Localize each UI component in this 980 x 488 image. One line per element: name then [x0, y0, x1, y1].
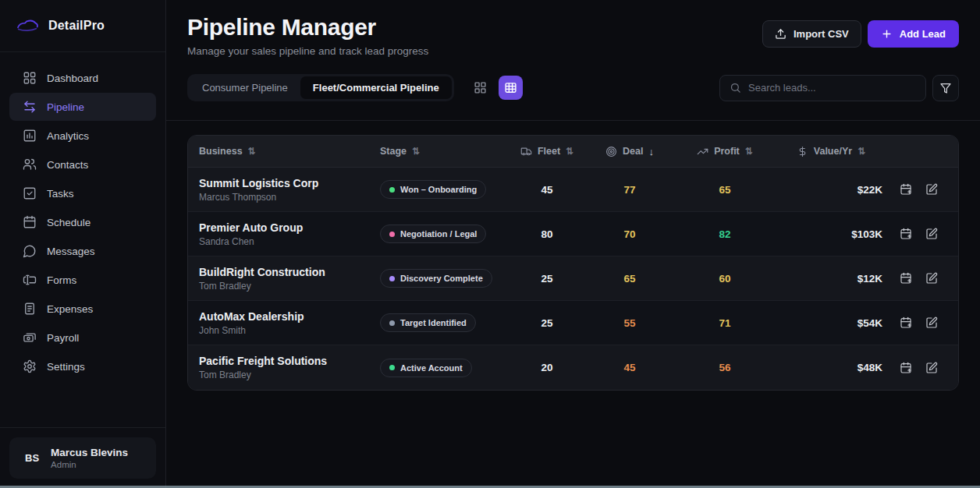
column-label: Stage [380, 146, 407, 157]
column-label: Fleet [538, 146, 560, 157]
trending-up-icon [697, 146, 708, 157]
column-header-profit[interactable]: Profit ⇅ [676, 146, 773, 157]
sidebar-item-label: Analytics [47, 130, 89, 142]
contact-name: Sandra Chen [199, 236, 380, 247]
deal-score: 77 [583, 184, 676, 196]
deal-score: 55 [583, 317, 676, 329]
contact-name: Tom Bradley [199, 370, 380, 380]
table-view-button[interactable] [499, 76, 523, 100]
table-row[interactable]: AutoMax Dealership John Smith Target Ide… [188, 301, 958, 345]
schedule-calendar-plus-icon[interactable] [900, 362, 912, 374]
column-header-fleet[interactable]: Fleet ⇅ [511, 146, 583, 157]
sidebar-item-expenses[interactable]: Expenses [9, 295, 156, 323]
sidebar-item-analytics[interactable]: Analytics [9, 122, 156, 150]
import-csv-button[interactable]: Import CSV [762, 20, 861, 48]
contact-name: Marcus Thompson [199, 192, 380, 203]
edit-icon[interactable] [925, 272, 938, 285]
column-header-business[interactable]: Business ⇅ [199, 146, 380, 157]
column-label: Profit [714, 146, 740, 157]
table-row[interactable]: Summit Logistics Corp Marcus Thompson Wo… [188, 168, 958, 212]
business-name: AutoMax Dealership [199, 310, 380, 323]
sidebar-item-label: Contacts [47, 159, 88, 171]
value-per-year: $12K [773, 273, 889, 285]
sidebar-item-label: Dashboard [47, 72, 98, 84]
sidebar-item-messages[interactable]: Messages [9, 237, 156, 265]
sidebar-item-pipeline[interactable]: Pipeline [9, 93, 156, 121]
table-row[interactable]: Pacific Freight Solutions Tom Bradley Ac… [188, 345, 958, 390]
profit-score: 60 [676, 273, 773, 285]
stage-label: Negotiation / Legal [400, 229, 477, 239]
schedule-calendar-plus-icon[interactable] [900, 228, 912, 240]
schedule-calendar-plus-icon[interactable] [900, 272, 912, 285]
schedule-calendar-plus-icon[interactable] [900, 183, 912, 196]
column-header-deal[interactable]: Deal ↓ [583, 146, 676, 157]
funnel-icon [939, 82, 952, 94]
sidebar-item-label: Expenses [47, 303, 93, 315]
edit-icon[interactable] [925, 316, 938, 329]
sort-desc-icon: ↓ [648, 146, 654, 157]
schedule-calendar-plus-icon[interactable] [900, 316, 912, 329]
filter-button[interactable] [932, 75, 959, 101]
sidebar-item-label: Forms [47, 274, 76, 286]
user-card[interactable]: BS Marcus Blevins Admin [9, 437, 156, 479]
sidebar-item-contacts[interactable]: Contacts [9, 150, 156, 179]
receipt-icon [23, 302, 37, 316]
add-lead-button[interactable]: Add Lead [868, 20, 959, 48]
sidebar-item-label: Payroll [47, 332, 79, 344]
column-label: Value/Yr [814, 146, 852, 157]
add-lead-label: Add Lead [900, 28, 946, 40]
table-row[interactable]: BuildRight Construction Tom Bradley Disc… [188, 256, 958, 301]
value-per-year: $48K [773, 362, 889, 373]
sidebar-nav: Dashboard Pipeline Analytics Contacts Ta… [0, 52, 165, 427]
user-name: Marcus Blevins [51, 447, 128, 458]
column-header-stage[interactable]: Stage ⇅ [380, 146, 511, 157]
stage-label: Target Identified [400, 318, 467, 327]
sidebar-item-schedule[interactable]: Schedule [9, 208, 156, 236]
sort-icon: ⇅ [412, 146, 420, 157]
car-logo-icon [16, 19, 39, 33]
profit-score: 56 [676, 362, 773, 373]
gear-icon [23, 359, 37, 373]
business-cell: Summit Logistics Corp Marcus Thompson [199, 177, 380, 203]
grid-view-button[interactable] [468, 76, 492, 100]
plus-icon [881, 28, 893, 40]
sidebar-item-tasks[interactable]: Tasks [9, 179, 156, 207]
tab-label: Fleet/Commercial Pipeline [313, 82, 439, 94]
stage-dot [389, 365, 395, 370]
sidebar-item-payroll[interactable]: Payroll [9, 324, 156, 352]
deal-score: 65 [583, 273, 676, 285]
calendar-icon [23, 215, 37, 229]
tab-consumer-pipeline[interactable]: Consumer Pipeline [190, 76, 300, 99]
edit-icon[interactable] [925, 228, 938, 240]
sidebar-item-dashboard[interactable]: Dashboard [9, 64, 156, 92]
business-cell: Premier Auto Group Sandra Chen [199, 221, 380, 247]
stage-label: Discovery Complete [400, 274, 483, 283]
deal-score: 70 [583, 228, 676, 240]
edit-icon[interactable] [925, 362, 938, 374]
leads-table: Business ⇅ Stage ⇅ Fleet ⇅ [187, 135, 959, 391]
tab-fleet-commercial-pipeline[interactable]: Fleet/Commercial Pipeline [300, 76, 452, 99]
bar-chart-icon [23, 129, 37, 143]
sidebar-item-label: Settings [47, 361, 85, 373]
brand-name: DetailPro [48, 19, 105, 33]
sidebar-item-settings[interactable]: Settings [9, 352, 156, 380]
sidebar-item-label: Messages [47, 246, 95, 257]
table-row[interactable]: Premier Auto Group Sandra Chen Negotiati… [188, 212, 958, 256]
stage-badge: Target Identified [380, 313, 476, 332]
search-input[interactable] [748, 82, 916, 94]
column-header-value-yr[interactable]: Value/Yr ⇅ [773, 146, 889, 157]
dashboard-grid-icon [23, 71, 37, 85]
fleet-value: 20 [511, 362, 583, 373]
edit-icon[interactable] [925, 183, 938, 196]
main-content: Pipeline Manager Manage your sales pipel… [166, 0, 980, 488]
message-circle-icon [23, 244, 37, 258]
users-icon [23, 157, 37, 172]
search-icon [730, 82, 741, 94]
sort-icon: ⇅ [566, 146, 573, 157]
truck-icon [520, 146, 532, 157]
stage-dot [389, 276, 395, 281]
avatar: BS [25, 452, 39, 464]
sidebar-item-forms[interactable]: Forms [9, 266, 156, 294]
business-cell: AutoMax Dealership John Smith [199, 310, 380, 336]
business-name: BuildRight Construction [199, 266, 380, 278]
